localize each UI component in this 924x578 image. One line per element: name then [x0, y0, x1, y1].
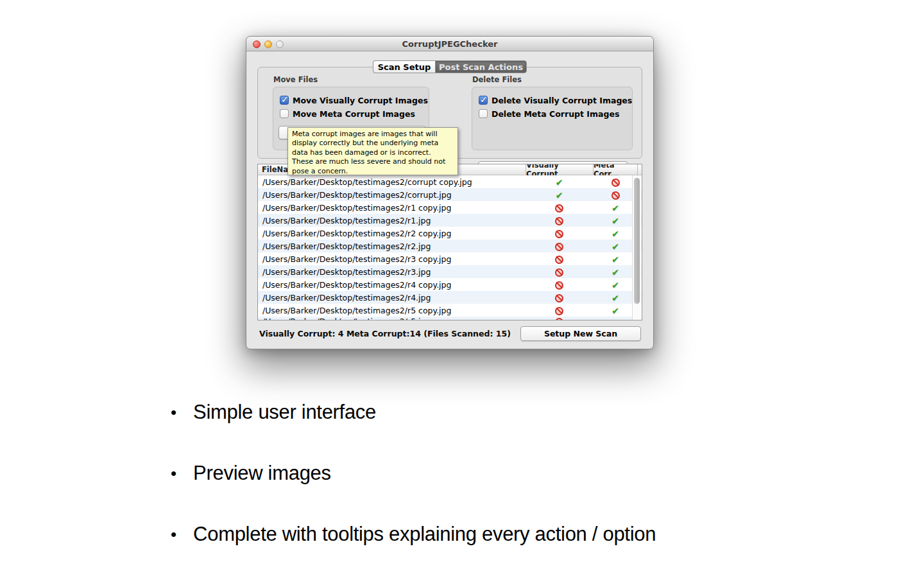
move-meta-corrupt-checkbox[interactable]	[280, 109, 289, 118]
file-path: /Users/Barker/Desktop/testimages2/r3.jpg	[258, 267, 526, 277]
bullet-simple-ui: Simple user interface	[171, 401, 376, 424]
table-body: /Users/Barker/Desktop/testimages2/corrup…	[258, 175, 642, 320]
move-visually-corrupt-checkbox[interactable]	[280, 96, 289, 105]
table-row[interactable]: /Users/Barker/Desktop/testimages2/r3.jpg	[258, 265, 642, 278]
tab-post-scan-actions[interactable]: Post Scan Actions	[435, 60, 527, 73]
visually-corrupt-no-icon	[555, 256, 563, 264]
visually-corrupt-cell	[526, 216, 593, 225]
meta-corrupt-no-icon	[612, 179, 620, 187]
setup-new-scan-label: Setup New Scan	[544, 329, 617, 338]
visually-corrupt-no-icon	[555, 268, 563, 277]
delete-meta-corrupt-checkbox[interactable]	[479, 109, 488, 118]
window-title: CorruptJPEGChecker	[246, 39, 653, 49]
setup-new-scan-button[interactable]: Setup New Scan	[520, 326, 641, 341]
meta-corrupt-check-icon	[612, 304, 619, 317]
visually-corrupt-cell	[526, 241, 593, 251]
visually-corrupt-no-icon	[555, 307, 563, 315]
meta-corrupt-cell	[593, 202, 638, 214]
column-header-visually-corrupt[interactable]: Visually Corrupt	[526, 164, 593, 175]
move-visually-corrupt-label: Move Visually Corrupt Images	[293, 96, 428, 105]
column-header-meta-corrupt[interactable]: Meta Corr...	[593, 164, 638, 175]
table-row[interactable]: /Users/Barker/Desktop/testimages2/r1.jpg	[258, 214, 642, 227]
meta-corrupt-cell	[593, 253, 638, 265]
file-path: /Users/Barker/Desktop/testimages2/r1 cop…	[258, 203, 526, 213]
tab-scan-setup-label: Scan Setup	[378, 62, 431, 72]
table-row[interactable]: /Users/Barker/Desktop/testimages2/r4 cop…	[258, 278, 642, 291]
visually-corrupt-cell	[526, 203, 593, 213]
file-path: /Users/Barker/Desktop/testimages2/corrup…	[258, 177, 526, 187]
meta-corrupt-check-icon	[612, 202, 619, 214]
delete-visually-corrupt-checkbox[interactable]	[479, 96, 488, 105]
visually-corrupt-cell	[526, 229, 593, 238]
file-path: /Users/Barker/Desktop/testimages2/corrup…	[258, 190, 526, 200]
file-path: /Users/Barker/Desktop/testimages2/r5.jpg	[258, 317, 526, 320]
meta-corrupt-cell	[593, 227, 638, 240]
move-files-caption: Move Files	[273, 75, 318, 84]
meta-corrupt-check-icon	[612, 253, 619, 265]
meta-corrupt-cell	[593, 279, 638, 291]
scan-status-text: Visually Corrupt: 4 Meta Corrupt:14 (Fil…	[259, 329, 511, 338]
bullet-simple-ui-text: Simple user interface	[193, 401, 376, 424]
visually-corrupt-cell	[526, 306, 593, 315]
visually-corrupt-no-icon	[555, 281, 563, 290]
file-path: /Users/Barker/Desktop/testimages2/r1.jpg	[258, 216, 526, 225]
meta-corrupt-check-icon	[612, 292, 619, 304]
visually-corrupt-cell	[526, 254, 593, 264]
table-row[interactable]: /Users/Barker/Desktop/testimages2/r1 cop…	[258, 201, 642, 214]
titlebar[interactable]: CorruptJPEGChecker	[246, 37, 653, 51]
visually-corrupt-no-icon	[555, 318, 563, 320]
bullet-preview-images-text: Preview images	[193, 462, 331, 485]
table-row[interactable]: /Users/Barker/Desktop/testimages2/r2.jpg	[258, 240, 642, 252]
visually-corrupt-no-icon	[555, 243, 563, 251]
visually-corrupt-cell	[526, 293, 593, 302]
visually-corrupt-cell	[526, 189, 593, 201]
visually-corrupt-no-icon	[555, 294, 563, 302]
file-path: /Users/Barker/Desktop/testimages2/r5 cop…	[258, 306, 526, 315]
table-row[interactable]: /Users/Barker/Desktop/testimages2/r5 cop…	[258, 304, 642, 317]
table-row[interactable]: /Users/Barker/Desktop/testimages2/corrup…	[258, 188, 642, 201]
file-path: /Users/Barker/Desktop/testimages2/r2 cop…	[258, 229, 526, 238]
meta-corrupt-cell	[593, 292, 638, 304]
visually-corrupt-cell	[526, 317, 593, 320]
file-path: /Users/Barker/Desktop/testimages2/r4.jpg	[258, 293, 526, 302]
bullet-preview-images: Preview images	[171, 462, 331, 485]
meta-corrupt-cell	[593, 317, 638, 320]
file-path: /Users/Barker/Desktop/testimages2/r2.jpg	[258, 241, 526, 251]
meta-corrupt-check-icon	[612, 266, 619, 278]
meta-corrupt-cell	[593, 240, 638, 252]
table-row[interactable]: /Users/Barker/Desktop/testimages2/r3 cop…	[258, 252, 642, 265]
meta-corrupt-cell	[593, 177, 638, 187]
tab-bar: Scan Setup Post Scan Actions	[373, 60, 527, 73]
table-row[interactable]: /Users/Barker/Desktop/testimages2/r2 cop…	[258, 227, 642, 240]
visually-corrupt-cell	[526, 267, 593, 277]
tab-post-scan-actions-label: Post Scan Actions	[439, 62, 523, 72]
delete-files-group: Delete Visually Corrupt Images Delete Me…	[472, 87, 633, 150]
visually-corrupt-cell	[526, 176, 593, 188]
meta-corrupt-check-icon	[612, 215, 619, 227]
tab-scan-setup[interactable]: Scan Setup	[373, 60, 435, 73]
visually-corrupt-cell	[526, 280, 593, 290]
scrollbar-thumb[interactable]	[634, 178, 640, 304]
visually-corrupt-no-icon	[555, 204, 563, 213]
meta-corrupt-no-icon	[612, 191, 620, 200]
visually-corrupt-check-icon	[556, 176, 563, 188]
delete-meta-corrupt-label: Delete Meta Corrupt Images	[492, 109, 619, 119]
scrollbar-track[interactable]	[632, 175, 641, 320]
app-window: CorruptJPEGChecker Scan Setup Post Scan …	[246, 36, 654, 349]
visually-corrupt-check-icon	[556, 189, 563, 201]
meta-corrupt-cell	[593, 190, 638, 200]
meta-corrupt-cell	[593, 215, 638, 227]
meta-corrupt-cell	[593, 304, 638, 317]
meta-corrupt-check-icon	[612, 227, 619, 240]
table-row[interactable]: /Users/Barker/Desktop/testimages2/r4.jpg	[258, 291, 642, 304]
visually-corrupt-no-icon	[555, 230, 563, 238]
table-row[interactable]: /Users/Barker/Desktop/testimages2/corrup…	[258, 175, 642, 188]
move-meta-corrupt-label: Move Meta Corrupt Images	[293, 109, 415, 119]
file-path: /Users/Barker/Desktop/testimages2/r3 cop…	[258, 254, 526, 264]
meta-corrupt-cell	[593, 266, 638, 278]
meta-corrupt-check-icon	[612, 317, 619, 320]
meta-corrupt-check-icon	[612, 279, 619, 291]
meta-corrupt-tooltip: Meta corrupt images are images that will…	[287, 127, 458, 175]
delete-visually-corrupt-label: Delete Visually Corrupt Images	[492, 96, 632, 105]
table-row[interactable]: /Users/Barker/Desktop/testimages2/r5.jpg	[258, 317, 642, 320]
